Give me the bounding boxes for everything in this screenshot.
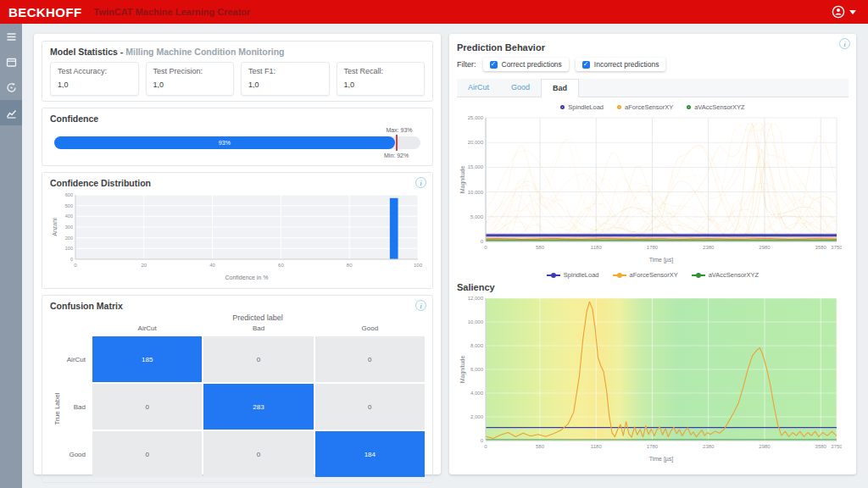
legend-item-avaccsensorxyz[interactable]: aVAccSensorXYZ (687, 103, 744, 111)
sidebar-item-workspace[interactable] (0, 49, 22, 75)
beckhoff-logo: BECKHOFF (8, 5, 82, 19)
sidebar-item-statistics[interactable] (0, 100, 22, 125)
svg-text:3580: 3580 (815, 444, 827, 449)
user-account-icon[interactable] (832, 5, 845, 19)
matrix-cell: 283 (203, 384, 313, 430)
checkbox-checked-icon[interactable] (490, 61, 498, 69)
window-icon (6, 57, 17, 68)
prediction-behavior-title: Prediction Behavior (457, 42, 849, 53)
svg-text:1780: 1780 (647, 444, 659, 449)
svg-text:Magnitude: Magnitude (459, 166, 466, 194)
user-menu-caret-icon[interactable] (849, 10, 856, 14)
filter-row: Filter: Correct predictions Incorrect pr… (457, 58, 849, 71)
confusion-matrix-grid: AirCut Bad Good AirCut 185 0 0 Bad 0 283… (60, 323, 425, 477)
chart-icon (6, 108, 17, 119)
sidebar (0, 24, 22, 488)
metric-test-f1: Test F1: 1,0 (241, 62, 330, 96)
saliency-title: Saliency (457, 282, 849, 292)
legend-item-aforcesensorxy[interactable]: aForceSensorXY (617, 103, 673, 111)
confidence-distribution-box: Confidence Distribution i 01002003004005… (42, 172, 433, 289)
saliency-legend: SpindleLoad aForceSensorXY aVAccSensorXY… (457, 271, 849, 279)
metric-test-accuracy: Test Accuracy: 1,0 (50, 62, 139, 96)
confidence-distribution-title: Confidence Distribution (50, 178, 425, 188)
svg-text:5,000: 5,000 (470, 214, 484, 219)
sidebar-item-deploy[interactable] (0, 75, 22, 100)
svg-text:2980: 2980 (759, 245, 771, 250)
matrix-cell: 184 (315, 431, 425, 477)
hamburger-icon (6, 31, 17, 42)
svg-text:200: 200 (65, 236, 73, 241)
confusion-matrix-box: Confusion Matrix i Predicted label True … (42, 295, 433, 483)
legend-dotline-icon (547, 274, 560, 276)
svg-text:2380: 2380 (703, 444, 715, 449)
svg-text:0: 0 (70, 257, 73, 262)
metric-test-precision: Test Precision: 1,0 (146, 62, 235, 96)
col-header-bad: Bad (203, 323, 313, 335)
svg-text:100: 100 (65, 246, 73, 251)
main-content: Model Statistics - Milling Machine Condi… (22, 24, 868, 488)
confidence-progress-bar: 93% Max: 93% Min: 92% (54, 136, 420, 149)
prediction-behavior-panel: Prediction Behavior i Filter: Correct pr… (449, 34, 856, 474)
svg-text:0: 0 (481, 438, 484, 443)
metric-test-recall: Test Recall: 1,0 (337, 62, 426, 96)
sidebar-item-menu[interactable] (0, 24, 22, 49)
filter-correct-predictions[interactable]: Correct predictions (483, 58, 569, 71)
matrix-cell: 0 (92, 384, 202, 430)
svg-text:2,000: 2,000 (470, 414, 484, 419)
matrix-cell: 0 (315, 384, 425, 430)
svg-text:580: 580 (536, 444, 545, 449)
legend-item-spindleload[interactable]: SpindleLoad (560, 103, 604, 111)
svg-text:1180: 1180 (591, 245, 603, 250)
svg-text:Confidence in %: Confidence in % (225, 274, 269, 280)
app-title: TwinCAT Machine Learning Creator (94, 7, 251, 17)
checkbox-checked-icon[interactable] (582, 61, 590, 69)
legend-circle-icon (687, 105, 691, 109)
svg-text:10,000: 10,000 (468, 319, 484, 324)
info-icon[interactable]: i (415, 300, 426, 311)
info-icon[interactable]: i (839, 38, 850, 49)
confusion-matrix: Predicted label True Label AirCut Bad Go… (50, 313, 425, 477)
saliency-chart: 02,0004,0006,0008,00010,00012,0000580118… (457, 293, 849, 464)
svg-text:12,000: 12,000 (468, 296, 484, 301)
info-icon[interactable]: i (415, 177, 426, 188)
true-label-axis: True Label (53, 392, 61, 426)
svg-text:1180: 1180 (591, 444, 603, 449)
matrix-cell: 0 (315, 336, 425, 382)
svg-text:3750: 3750 (831, 444, 842, 449)
filter-incorrect-predictions[interactable]: Incorrect predictions (576, 58, 666, 71)
sync-icon (6, 82, 17, 93)
model-statistics-title: Model Statistics - Milling Machine Condi… (50, 47, 425, 57)
confidence-max-marker (396, 135, 398, 151)
legend-dotline-icon (613, 274, 626, 276)
legend-circle-icon (560, 105, 565, 109)
legend-item-aforcesensorxy[interactable]: aForceSensorXY (613, 271, 678, 279)
legend-item-spindleload[interactable]: SpindleLoad (547, 271, 599, 279)
tab-good[interactable]: Good (500, 79, 541, 97)
legend-circle-icon (617, 105, 621, 109)
confidence-distribution-chart: 0100200300400500600020406080100Confidenc… (50, 188, 425, 283)
tab-bad[interactable]: Bad (541, 79, 579, 97)
svg-text:2980: 2980 (759, 444, 771, 449)
svg-text:0: 0 (484, 444, 487, 449)
svg-text:Time [µs]: Time [µs] (649, 456, 674, 463)
svg-text:0: 0 (74, 263, 77, 268)
row-header-aircut: AirCut (60, 336, 91, 382)
signal-legend: SpindleLoad aForceSensorXY aVAccSensorXY… (457, 103, 849, 111)
row-header-good: Good (60, 431, 91, 477)
confidence-min-label: Min: 92% (384, 152, 409, 158)
svg-text:25,000: 25,000 (468, 115, 484, 120)
predicted-label-axis: Predicted label (60, 313, 425, 322)
legend-item-avaccsensorxyz[interactable]: aVAccSensorXYZ (692, 271, 759, 279)
svg-text:3750: 3750 (831, 245, 842, 250)
svg-text:80: 80 (347, 263, 353, 268)
confidence-max-label: Max: 93% (386, 127, 412, 133)
svg-text:100: 100 (414, 263, 423, 268)
col-header-good: Good (315, 323, 425, 335)
svg-text:500: 500 (65, 203, 73, 208)
confidence-box: Confidence 93% Max: 93% Min: 92% (42, 108, 433, 166)
model-statistics-panel: Model Statistics - Milling Machine Condi… (34, 34, 441, 474)
svg-text:0: 0 (484, 245, 487, 250)
tab-aircut[interactable]: AirCut (457, 79, 500, 97)
filter-label: Filter: (457, 60, 476, 69)
svg-text:Magnitude: Magnitude (459, 356, 466, 384)
